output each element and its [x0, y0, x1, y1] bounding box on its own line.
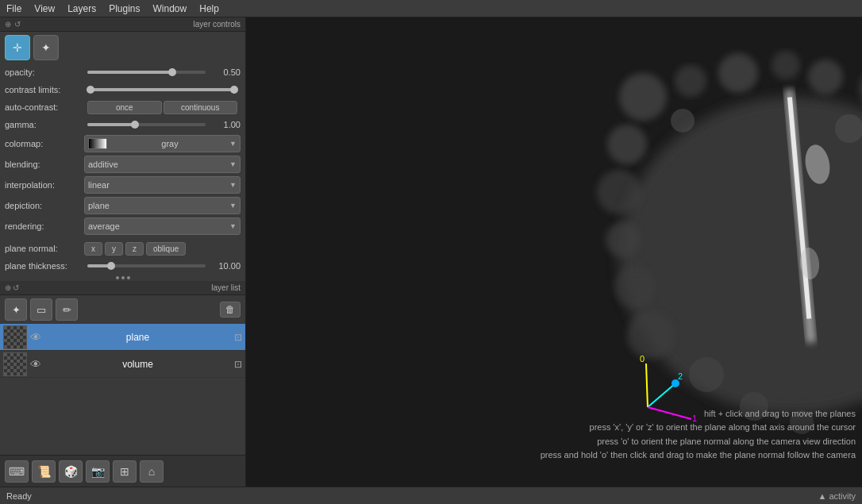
dot-2	[121, 276, 125, 279]
gamma-slider[interactable]	[87, 118, 206, 131]
depiction-label: depiction:	[5, 201, 84, 210]
delete-layer-button[interactable]: 🗑	[220, 302, 241, 317]
screenshot-button[interactable]: 📷	[86, 460, 110, 483]
depiction-dropdown[interactable]: plane ▼	[84, 197, 241, 214]
plane-normal-y-button[interactable]: y	[105, 242, 123, 256]
interpolation-row: interpolation: linear ▼	[0, 175, 245, 195]
opacity-value: 0.50	[209, 67, 241, 77]
rendering-label: rendering:	[5, 221, 84, 231]
depiction-arrow-icon: ▼	[229, 202, 237, 210]
blending-value: additive	[88, 160, 118, 169]
colormap-value: gray	[161, 139, 178, 148]
layer-controls-header: ⊕ ↺ layer controls	[0, 17, 245, 32]
svg-line-28	[648, 383, 675, 407]
svg-point-15	[606, 222, 641, 257]
move-tool-button[interactable]: ✛	[5, 35, 30, 60]
menu-plugins[interactable]: Plugins	[102, 2, 146, 16]
home-button[interactable]: ⌂	[140, 460, 164, 483]
pin-icon-2[interactable]: ⊕	[5, 283, 11, 292]
add-shapes-button[interactable]: ▭	[30, 298, 52, 321]
script-button[interactable]: 📜	[32, 460, 56, 483]
divider-dots	[0, 275, 245, 281]
svg-point-16	[614, 267, 656, 308]
auto-contrast-buttons: once continuous	[87, 101, 237, 114]
plane-thickness-slider[interactable]	[87, 260, 206, 272]
auto-contrast-continuous-button[interactable]: continuous	[164, 101, 238, 114]
menu-help[interactable]: Help	[193, 2, 225, 16]
blending-row: blending: additive ▼	[0, 154, 245, 175]
plane-normal-row: plane normal: x y z oblique	[0, 240, 245, 257]
colormap-label: colormap:	[5, 139, 84, 148]
menu-bar: File View Layers Plugins Window Help	[0, 0, 862, 17]
bottom-toolbar: ⌨ 📜 🎲 📷 ⊞ ⌂	[0, 455, 245, 487]
opacity-row: opacity: 0.50	[0, 63, 245, 81]
transform-tool-button[interactable]: ✦	[33, 35, 59, 60]
left-panel: ⊕ ↺ layer controls ✛ ✦ opacity:	[0, 17, 246, 487]
opacity-label: opacity:	[5, 67, 84, 77]
svg-point-2	[675, 65, 706, 97]
svg-line-31	[646, 364, 648, 407]
colormap-dropdown[interactable]: gray ▼	[84, 135, 241, 152]
rendering-value: average	[88, 221, 120, 231]
interpolation-value: linear	[88, 180, 110, 190]
contrast-limits-row: contrast limits:	[0, 81, 245, 98]
layer-controls-section: ⊕ ↺ layer controls ✛ ✦ opacity:	[0, 17, 245, 281]
plane-normal-z-button[interactable]: z	[125, 242, 144, 256]
menu-file[interactable]: File	[0, 2, 28, 16]
plane-thickness-row: plane thickness: 10.00	[0, 257, 245, 275]
auto-contrast-once-button[interactable]: once	[87, 101, 162, 114]
add-points-button[interactable]: ✦	[5, 298, 27, 321]
plane-normal-x-button[interactable]: x	[84, 242, 102, 256]
eye-icon-plane[interactable]: 👁	[30, 331, 41, 344]
pin-icon[interactable]: ⊕	[5, 20, 11, 29]
3d-button[interactable]: 🎲	[59, 460, 83, 483]
layer-item-plane[interactable]: 👁 plane ⊡	[0, 324, 245, 351]
gamma-label: gamma:	[5, 120, 84, 129]
plane-thickness-label: plane thickness:	[5, 261, 84, 271]
gamma-row: gamma: 1.00	[0, 116, 245, 133]
menu-view[interactable]: View	[28, 2, 61, 16]
blending-arrow-icon: ▼	[229, 160, 237, 168]
add-labels-button[interactable]: ✏	[56, 298, 78, 321]
menu-window[interactable]: Window	[147, 2, 194, 16]
interpolation-dropdown[interactable]: linear ▼	[84, 176, 241, 194]
dot-1	[116, 276, 119, 279]
main-layout: ⊕ ↺ layer controls ✛ ✦ opacity:	[0, 17, 862, 487]
grid-button[interactable]: ⊞	[113, 460, 137, 483]
eye-icon-volume[interactable]: 👁	[30, 358, 41, 371]
layer-thumb-preview-volume	[4, 353, 26, 375]
activity-button[interactable]: ▲ activity	[818, 491, 856, 501]
plane-normal-oblique-button[interactable]: oblique	[146, 242, 186, 256]
depiction-row: depiction: plane ▼	[0, 195, 245, 216]
rendering-arrow-icon: ▼	[229, 222, 237, 230]
rendering-row: rendering: average ▼	[0, 216, 245, 237]
opacity-slider[interactable]	[87, 66, 206, 79]
layer-expand-icon-plane[interactable]: ⊡	[234, 332, 242, 343]
header-icons: ⊕ ↺	[5, 20, 21, 29]
interpolation-label: interpolation:	[5, 180, 84, 190]
layer-list-label: layer list	[211, 283, 241, 292]
svg-point-14	[597, 170, 641, 214]
layer-expand-icon-volume[interactable]: ⊡	[234, 359, 242, 370]
colormap-row: colormap: gray ▼	[0, 133, 245, 154]
depiction-value: plane	[88, 201, 110, 210]
layer-list-icons: ⊕ ↺	[5, 283, 19, 292]
refresh-icon[interactable]: ↺	[14, 20, 21, 29]
status-text: Ready	[6, 491, 32, 501]
gamma-value: 1.00	[209, 120, 241, 129]
layer-controls-label: layer controls	[194, 20, 241, 29]
menu-layers[interactable]: Layers	[61, 2, 102, 16]
auto-contrast-row: auto-contrast: once continuous	[0, 98, 245, 116]
rendering-dropdown[interactable]: average ▼	[84, 217, 241, 235]
svg-point-4	[772, 51, 800, 79]
viewport[interactable]: 2 0 1 hift + click and drag to move the …	[246, 17, 862, 487]
layer-item-volume[interactable]: 👁 volume ⊡	[0, 351, 245, 378]
console-button[interactable]: ⌨	[5, 460, 29, 483]
layer-thumb-volume	[3, 352, 27, 376]
help-text-overlay: hift + click and drag to move the planes…	[541, 407, 856, 463]
refresh-icon-2[interactable]: ↺	[13, 283, 19, 292]
layer-name-volume: volume	[44, 359, 231, 370]
blending-dropdown[interactable]: additive ▼	[84, 156, 241, 173]
layer-list-header: ⊕ ↺ layer list	[0, 281, 245, 295]
blending-label: blending:	[5, 160, 84, 169]
